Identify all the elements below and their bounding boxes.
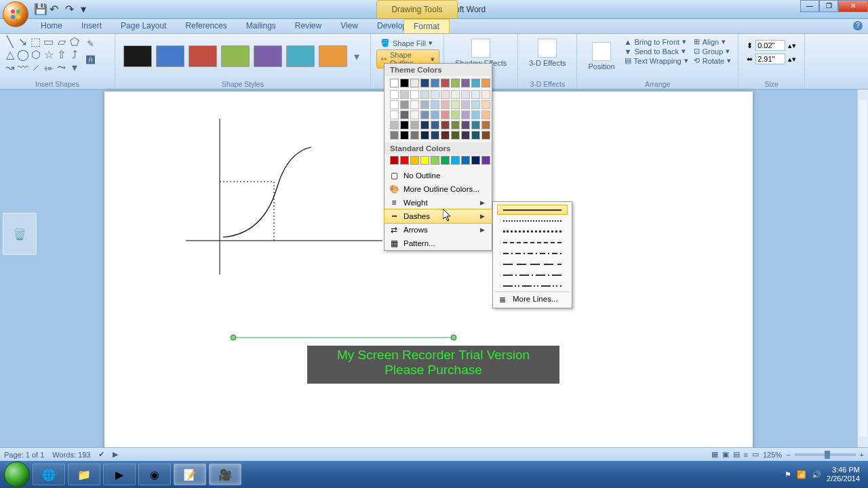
tab-format[interactable]: Format (403, 19, 450, 33)
color-swatch[interactable] (471, 121, 480, 129)
color-swatch[interactable] (471, 156, 480, 165)
styles-more-icon[interactable]: ▾ (351, 50, 362, 63)
save-icon[interactable]: 💾 (34, 3, 45, 14)
color-swatch[interactable] (441, 90, 450, 99)
style-swatch[interactable] (286, 45, 315, 67)
tab-view[interactable]: View (331, 19, 368, 33)
color-swatch[interactable] (420, 100, 429, 109)
tray-network-icon[interactable]: 📶 (797, 470, 806, 479)
zoom-slider[interactable] (795, 453, 856, 456)
color-swatch[interactable] (451, 156, 460, 165)
align-button[interactable]: ⊞ Align ▾ (694, 37, 731, 46)
color-swatch[interactable] (400, 90, 409, 99)
undo-icon[interactable]: ↶ (50, 3, 60, 14)
color-swatch[interactable] (441, 156, 450, 165)
color-swatch[interactable] (420, 121, 429, 129)
color-swatch[interactable] (481, 79, 490, 87)
color-swatch[interactable] (431, 110, 439, 119)
color-swatch[interactable] (410, 121, 419, 129)
text-wrapping-button[interactable]: ▤ Text Wrapping ▾ (625, 56, 688, 65)
text-box-icon[interactable]: 🅰 (83, 52, 98, 67)
rotate-button[interactable]: ⟲ Rotate ▾ (694, 56, 731, 65)
color-swatch[interactable] (431, 79, 439, 87)
color-swatch[interactable] (451, 100, 460, 109)
color-swatch[interactable] (461, 90, 470, 99)
weight-item[interactable]: ≡ Weight▶ (384, 196, 492, 209)
no-outline-item[interactable]: ▢ No Outline (384, 169, 492, 182)
dash-long-dash-dot-dot[interactable] (497, 281, 568, 291)
color-swatch[interactable] (410, 156, 419, 165)
color-swatch[interactable] (481, 100, 490, 109)
status-page[interactable]: Page: 1 of 1 (4, 451, 44, 459)
color-swatch[interactable] (471, 131, 480, 140)
dash-square-dot[interactable] (497, 226, 568, 237)
dash-dash[interactable] (497, 237, 568, 247)
color-swatch[interactable] (400, 131, 409, 140)
shape-styles-gallery[interactable]: ▾ (119, 36, 366, 77)
color-swatch[interactable] (420, 79, 429, 87)
color-swatch[interactable] (441, 79, 450, 87)
vertical-scrollbar[interactable] (857, 89, 868, 447)
color-swatch[interactable] (410, 79, 419, 87)
color-swatch[interactable] (461, 121, 470, 129)
color-swatch[interactable] (441, 110, 450, 119)
color-swatch[interactable] (481, 156, 490, 165)
shape-fill-button[interactable]: 🪣Shape Fill ▾ (376, 38, 439, 48)
position-button[interactable]: Position (581, 36, 621, 77)
more-colors-item[interactable]: 🎨 More Outline Colors... (384, 182, 492, 196)
color-swatch[interactable] (431, 156, 439, 165)
minimize-button[interactable]: — (800, 0, 819, 12)
tray-volume-icon[interactable]: 🔊 (812, 470, 821, 479)
style-swatch[interactable] (221, 45, 250, 67)
taskbar-chrome-icon[interactable]: ◉ (138, 464, 171, 485)
color-swatch[interactable] (461, 110, 470, 119)
macro-icon[interactable]: ▶ (113, 450, 118, 459)
style-swatch[interactable] (189, 45, 217, 67)
color-swatch[interactable] (410, 100, 419, 109)
color-swatch[interactable] (441, 121, 450, 129)
taskbar-explorer-icon[interactable]: 📁 (68, 464, 100, 485)
color-swatch[interactable] (451, 79, 460, 87)
office-button[interactable] (3, 1, 28, 27)
bring-to-front-button[interactable]: ▲ Bring to Front ▾ (625, 37, 688, 46)
color-swatch[interactable] (431, 131, 439, 140)
view-outline-icon[interactable]: ≡ (744, 451, 748, 459)
dash-round-dot[interactable] (497, 216, 568, 226)
shape-height-field[interactable]: ⬍ ▴▾ (747, 40, 796, 51)
help-icon[interactable]: ? (853, 21, 863, 30)
color-swatch[interactable] (420, 131, 429, 140)
arrows-item[interactable]: ⇄ Arrows▶ (384, 223, 492, 237)
3d-effects-button[interactable]: 3-D Effects (522, 36, 572, 70)
dash-long-dash[interactable] (497, 259, 568, 269)
color-swatch[interactable] (410, 110, 419, 119)
tray-clock[interactable]: 3:46 PM 2/26/2014 (827, 466, 864, 483)
taskbar-ie-icon[interactable]: 🌐 (33, 464, 65, 485)
color-swatch[interactable] (390, 90, 399, 99)
color-swatch[interactable] (431, 90, 439, 99)
color-swatch[interactable] (420, 90, 429, 99)
edit-shape-icon[interactable]: ✎ (83, 36, 98, 51)
close-button[interactable]: ✕ (838, 0, 868, 12)
color-swatch[interactable] (390, 156, 399, 165)
taskbar-media-icon[interactable]: ▶ (103, 464, 136, 485)
spellcheck-icon[interactable]: ✔ (98, 450, 104, 459)
color-swatch[interactable] (420, 110, 429, 119)
dash-solid[interactable] (497, 205, 568, 215)
tab-references[interactable]: References (176, 19, 236, 33)
color-swatch[interactable] (481, 131, 490, 140)
color-swatch[interactable] (431, 121, 439, 129)
redo-icon[interactable]: ↷ (65, 3, 76, 14)
color-swatch[interactable] (471, 100, 480, 109)
view-full-screen-icon[interactable]: ▣ (722, 450, 729, 459)
style-swatch[interactable] (156, 45, 184, 67)
color-swatch[interactable] (451, 131, 460, 140)
color-swatch[interactable] (471, 90, 480, 99)
standard-color-row[interactable] (384, 155, 492, 169)
recycle-bin-icon[interactable]: 🗑️ (3, 213, 37, 255)
color-swatch[interactable] (390, 121, 399, 129)
view-print-layout-icon[interactable]: ▦ (711, 450, 718, 459)
maximize-button[interactable]: ❐ (819, 0, 838, 12)
color-swatch[interactable] (451, 90, 460, 99)
color-swatch[interactable] (481, 90, 490, 99)
color-swatch[interactable] (461, 156, 470, 165)
